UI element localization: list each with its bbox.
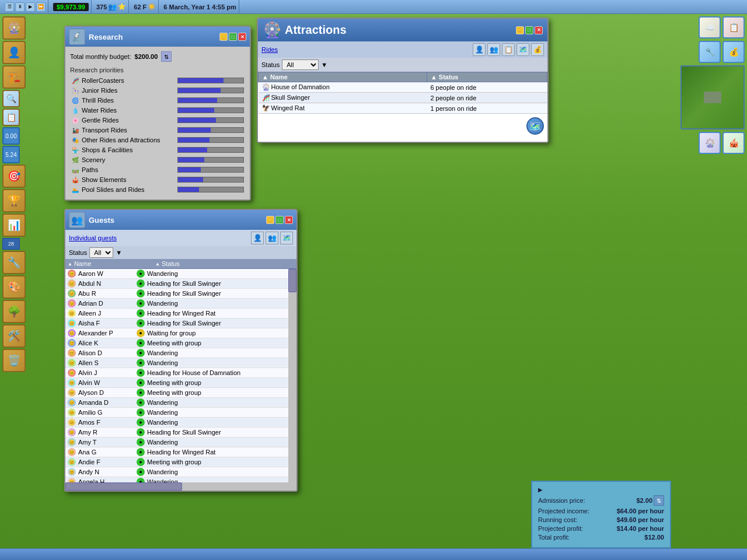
- menu-btn[interactable]: ☰: [5, 2, 14, 12]
- guests-list[interactable]: 😊 Aaron W ● Wandering 😊 Abdul N ● Headin…: [65, 269, 296, 482]
- individual-guests-tab[interactable]: Individual guests: [69, 235, 117, 242]
- horizontal-scrollbar[interactable]: [65, 482, 288, 491]
- sidebar-icon-7[interactable]: 🔧: [2, 251, 26, 274]
- research-item-transport[interactable]: 🚂 Transport Rides: [70, 125, 245, 135]
- list-item[interactable]: 😊 Alice K ● Meeting with group: [65, 338, 288, 348]
- sidebar-icon-6[interactable]: 📊: [2, 214, 26, 237]
- sidebar-icon-4[interactable]: 🎯: [2, 164, 26, 188]
- sidebar-icon-small-1[interactable]: 🔍: [2, 90, 20, 107]
- sidebar-icon-small-2[interactable]: 📋: [2, 108, 20, 126]
- list-item[interactable]: 😊 Angela H ● Wandering: [65, 477, 288, 482]
- attractions-minimize-btn[interactable]: _: [516, 26, 524, 34]
- guests-status-dropdown[interactable]: All: [89, 247, 113, 258]
- attractions-icon-1[interactable]: 👤: [473, 43, 486, 56]
- ff-btn[interactable]: ⏩: [36, 2, 46, 12]
- attractions-icon-2[interactable]: 👥: [487, 43, 500, 56]
- attractions-restore-btn[interactable]: □: [525, 26, 533, 34]
- list-item[interactable]: 😊 Amos F ● Wandering: [65, 418, 288, 428]
- table-row[interactable]: 🎡House of Damnation 6 people on ride: [259, 82, 547, 93]
- scrollbar-thumb[interactable]: [288, 269, 296, 292]
- list-item[interactable]: 😊 Aileen J ● Heading for Winged Rat: [65, 309, 288, 318]
- right-icon-6[interactable]: 🎪: [722, 132, 745, 154]
- minimap[interactable]: [680, 65, 745, 130]
- right-icon-1[interactable]: ☁️: [699, 16, 721, 38]
- list-item[interactable]: 😊 Alvin J ● Heading for House of Damnati…: [65, 368, 288, 378]
- guest-name: Abu R: [78, 290, 137, 297]
- info-arrow: ▶: [538, 487, 543, 493]
- research-item-pool[interactable]: 🏊 Pool Slides and Rides: [70, 185, 245, 194]
- research-item-show[interactable]: 🎪 Show Elements: [70, 175, 245, 184]
- right-icon-3[interactable]: 🔧: [699, 41, 721, 63]
- research-item-thrill[interactable]: 🌀 Thrill Rides: [70, 96, 245, 105]
- list-item[interactable]: 😊 Alyson D ● Meeting with group: [65, 388, 288, 398]
- sidebar-icon-11[interactable]: 🗑️: [2, 349, 26, 372]
- guests-icon-2[interactable]: 👥: [266, 232, 278, 244]
- right-icon-5[interactable]: 🎡: [699, 132, 721, 154]
- sidebar-icon-1[interactable]: 🎡: [2, 16, 26, 40]
- list-item[interactable]: 😊 Adrian D ● Wandering: [65, 299, 288, 309]
- status-filter-dropdown[interactable]: All Open Closed: [282, 60, 319, 70]
- sidebar-icon-2[interactable]: 👤: [2, 41, 26, 64]
- sidebar-icon-small-4[interactable]: 5.24: [2, 146, 20, 163]
- attractions-icon-5[interactable]: 💰: [531, 43, 544, 56]
- list-item[interactable]: 😊 Alvin W ● Meeting with group: [65, 378, 288, 388]
- guest-name: Alvin W: [78, 379, 137, 386]
- list-item[interactable]: 😊 Ana G ● Heading for Winged Rat: [65, 447, 288, 457]
- research-item-shops[interactable]: 🏪 Shops & Facilities: [70, 145, 245, 155]
- guests-minimize-btn[interactable]: _: [266, 216, 274, 224]
- guests-name-header[interactable]: ▲ Name: [65, 259, 153, 268]
- research-item-rollercoasters[interactable]: 🎢 RollerCoasters: [70, 76, 245, 85]
- list-item[interactable]: 😊 Allen S ● Wandering: [65, 358, 288, 368]
- list-item[interactable]: 😊 Andie F ● Meeting with group: [65, 457, 288, 467]
- sidebar-icon-9[interactable]: 🌳: [2, 300, 26, 323]
- list-item[interactable]: 😊 Alexander P ● Waiting for group: [65, 328, 288, 338]
- list-item[interactable]: 😊 Amy T ● Wandering: [65, 438, 288, 447]
- attractions-icon-4[interactable]: 🗺️: [516, 43, 529, 56]
- research-item-gentle[interactable]: 🌸 Gentle Rides: [70, 116, 245, 125]
- right-icon-2[interactable]: 📋: [722, 16, 745, 38]
- guests-icon-3[interactable]: 🗺️: [280, 232, 293, 244]
- table-row[interactable]: 🦅Winged Rat 1 person on ride: [259, 103, 547, 114]
- list-item[interactable]: 😊 Andy N ● Wandering: [65, 467, 288, 477]
- rides-tab[interactable]: Rides: [261, 46, 278, 53]
- attractions-close-btn[interactable]: ✕: [535, 26, 543, 34]
- sidebar-icon-3[interactable]: 🏗️: [2, 65, 26, 89]
- status-col-header[interactable]: ▲ Status: [427, 72, 547, 82]
- attractions-icon-3[interactable]: 📋: [502, 43, 515, 56]
- guests-status-header[interactable]: ▲ Status: [153, 259, 296, 268]
- list-item[interactable]: 😊 Amy R ● Heading for Skull Swinger: [65, 428, 288, 438]
- name-col-header[interactable]: ▲ Name: [259, 72, 427, 82]
- research-item-paths[interactable]: 🛤️ Paths: [70, 165, 245, 174]
- list-item[interactable]: 😊 Aisha F ● Heading for Skull Swinger: [65, 318, 288, 328]
- research-restore-btn[interactable]: □: [229, 33, 237, 41]
- admission-adjust-btn[interactable]: ⇅: [654, 495, 664, 506]
- list-item[interactable]: 😊 Abdul N ● Heading for Skull Swinger: [65, 279, 288, 289]
- list-item[interactable]: 😊 Amilio G ● Wandering: [65, 408, 288, 418]
- sidebar-icon-8[interactable]: 🎨: [2, 275, 26, 299]
- pause-btn[interactable]: ⏸: [15, 2, 25, 12]
- sidebar-icon-small-3[interactable]: 0.00: [2, 127, 20, 145]
- play-btn[interactable]: ▶: [26, 2, 35, 12]
- research-minimize-btn[interactable]: _: [219, 33, 228, 41]
- list-item[interactable]: 😊 Alison D ● Wandering: [65, 348, 288, 358]
- research-close-btn[interactable]: ✕: [238, 33, 246, 41]
- sidebar-icon-10[interactable]: 🛠️: [2, 324, 26, 348]
- guests-close-btn[interactable]: ✕: [285, 216, 293, 224]
- research-item-scenery[interactable]: 🌿 Scenery: [70, 155, 245, 164]
- research-item-other[interactable]: 🎭 Other Rides and Attractions: [70, 135, 245, 145]
- list-item[interactable]: 😊 Aaron W ● Wandering: [65, 269, 288, 279]
- research-item-junior[interactable]: 🎠 Junior Rides: [70, 86, 245, 95]
- guests-icon-1[interactable]: 👤: [251, 232, 264, 244]
- budget-row: Total monthly budget: $200.00 ⇅: [70, 51, 245, 62]
- table-row[interactable]: 🎢Skull Swinger 2 people on ride: [259, 93, 547, 103]
- right-icon-4[interactable]: 💰: [722, 41, 745, 63]
- budget-adjust-btn[interactable]: ⇅: [161, 51, 172, 62]
- scrollbar-h-thumb[interactable]: [65, 482, 182, 491]
- guests-restore-btn[interactable]: □: [275, 216, 284, 224]
- vertical-scrollbar[interactable]: [288, 269, 296, 491]
- attractions-nav-btn[interactable]: 🗺️: [526, 117, 544, 135]
- list-item[interactable]: 😊 Abu R ● Heading for Skull Swinger: [65, 289, 288, 299]
- sidebar-icon-5[interactable]: 🏆: [2, 189, 26, 212]
- list-item[interactable]: 😊 Amanda D ● Wandering: [65, 398, 288, 408]
- research-item-water[interactable]: 💧 Water Rides: [70, 106, 245, 115]
